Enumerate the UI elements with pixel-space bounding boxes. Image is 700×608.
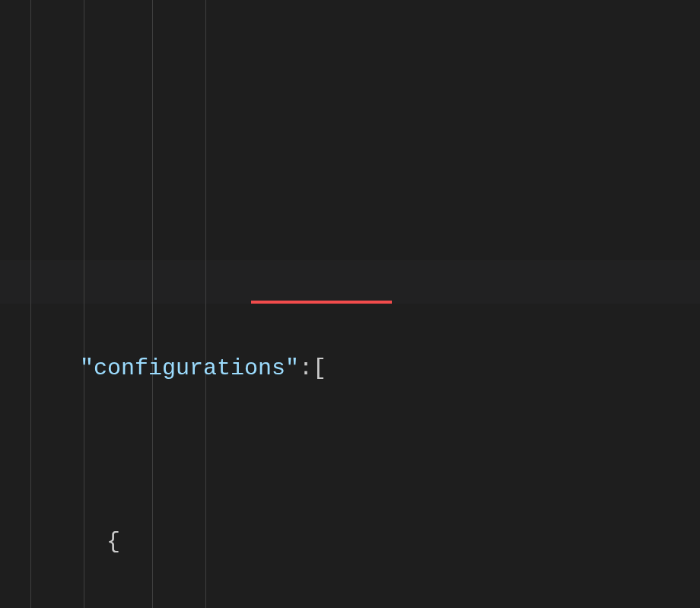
json-key: "configurations" — [80, 347, 299, 390]
code-editor[interactable]: "configurations": [ { "name": "Launch vi… — [0, 0, 700, 608]
json-colon: : — [299, 347, 313, 390]
json-bracket-open: [ — [313, 347, 326, 390]
error-underline — [251, 301, 392, 304]
indent-guide — [84, 0, 84, 608]
indent-guide — [152, 0, 153, 608]
indent-guide — [205, 0, 206, 608]
current-line-highlight — [0, 260, 700, 304]
code-line[interactable]: { — [27, 520, 700, 564]
json-brace-open: { — [107, 520, 120, 564]
code-line[interactable]: "configurations": [ — [27, 347, 700, 390]
indent-guide — [30, 0, 31, 608]
